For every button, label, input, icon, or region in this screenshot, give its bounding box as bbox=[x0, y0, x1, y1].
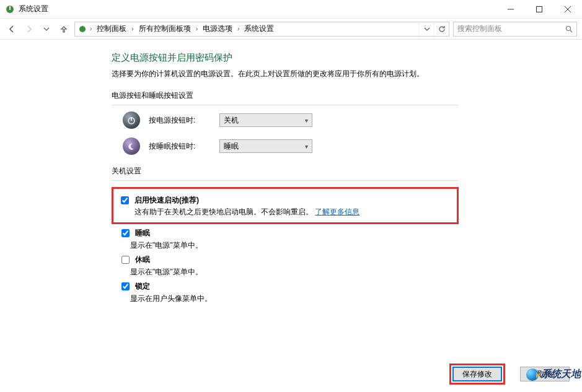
fast-startup-desc: 这有助于在关机之后更快地启动电脑。不会影响重启。 了解更多信息 bbox=[134, 207, 359, 217]
crumb-control-panel[interactable]: 控制面板 bbox=[94, 22, 129, 35]
fast-startup-checkbox[interactable] bbox=[121, 196, 129, 204]
titlebar: 系统设置 bbox=[0, 0, 582, 19]
watermark-icon bbox=[526, 368, 539, 381]
fast-startup-row: 启用快速启动(推荐) 这有助于在关机之后更快地启动电脑。不会影响重启。 了解更多… bbox=[118, 195, 452, 217]
sleep-desc: 显示在"电源"菜单中。 bbox=[130, 240, 459, 251]
page-intro: 选择要为你的计算机设置的电源设置。在此页上对设置所做的更改将应用于你所有的电源计… bbox=[112, 69, 582, 79]
recent-locations-button[interactable] bbox=[40, 22, 53, 36]
sleep-button-value: 睡眠 bbox=[224, 141, 239, 152]
app-icon bbox=[5, 4, 15, 14]
maximize-button[interactable] bbox=[525, 0, 553, 19]
lock-checkbox[interactable] bbox=[121, 282, 130, 290]
fast-startup-link[interactable]: 了解更多信息 bbox=[315, 207, 359, 216]
svg-point-7 bbox=[567, 26, 571, 30]
fast-startup-label: 启用快速启动(推荐) bbox=[134, 195, 359, 206]
navbar: › 控制面板 › 所有控制面板项 › 电源选项 › 系统设置 搜索控制面板 bbox=[0, 19, 582, 40]
content-area: 定义电源按钮并启用密码保护 选择要为你的计算机设置的电源设置。在此页上对设置所做… bbox=[0, 40, 582, 304]
lock-desc: 显示在用户头像菜单中。 bbox=[130, 294, 459, 304]
footer: 保存修改 取消 系统天地 bbox=[0, 364, 582, 385]
sleep-checkbox[interactable] bbox=[121, 229, 130, 237]
crumb-all-items[interactable]: 所有控制面板项 bbox=[136, 22, 193, 35]
svg-rect-1 bbox=[9, 6, 11, 10]
section-title-buttons: 电源按钮和睡眠按钮设置 bbox=[112, 90, 582, 101]
sleep-icon bbox=[123, 137, 140, 155]
window-controls bbox=[496, 0, 582, 19]
address-bar[interactable]: › 控制面板 › 所有控制面板项 › 电源选项 › 系统设置 bbox=[74, 22, 449, 37]
power-button-select[interactable]: 关机 ▾ bbox=[219, 113, 312, 127]
power-button-value: 关机 bbox=[224, 115, 239, 126]
chevron-down-icon: ▾ bbox=[305, 143, 308, 150]
back-button[interactable] bbox=[5, 22, 19, 36]
up-button[interactable] bbox=[57, 22, 71, 36]
svg-point-6 bbox=[79, 26, 86, 32]
sleep-label: 睡眠 bbox=[135, 228, 150, 238]
chevron-right-icon: › bbox=[131, 25, 133, 32]
chevron-down-icon: ▾ bbox=[305, 117, 308, 124]
section-shutdown: 启用快速启动(推荐) 这有助于在关机之后更快地启动电脑。不会影响重启。 了解更多… bbox=[112, 180, 459, 304]
address-dropdown-button[interactable] bbox=[419, 22, 434, 36]
chevron-right-icon: › bbox=[237, 25, 239, 32]
refresh-button[interactable] bbox=[434, 22, 449, 36]
hibernate-row: 休眠 bbox=[119, 255, 459, 266]
hibernate-checkbox[interactable] bbox=[121, 256, 130, 264]
fast-startup-highlight: 启用快速启动(推荐) 这有助于在关机之后更快地启动电脑。不会影响重启。 了解更多… bbox=[112, 187, 459, 224]
power-button-row: 按电源按钮时: 关机 ▾ bbox=[112, 111, 459, 129]
window-title: 系统设置 bbox=[19, 4, 48, 14]
save-button[interactable]: 保存修改 bbox=[452, 367, 502, 381]
lock-label: 锁定 bbox=[135, 281, 150, 292]
search-icon bbox=[565, 25, 573, 33]
watermark-text: 系统天地 bbox=[541, 368, 581, 381]
chevron-right-icon: › bbox=[90, 25, 92, 32]
forward-button[interactable] bbox=[22, 22, 36, 36]
close-button[interactable] bbox=[553, 0, 582, 19]
svg-rect-3 bbox=[537, 6, 542, 12]
watermark: 系统天地 bbox=[526, 368, 581, 381]
page-heading: 定义电源按钮并启用密码保护 bbox=[112, 52, 582, 64]
power-button-label: 按电源按钮时: bbox=[149, 115, 211, 126]
minimize-button[interactable] bbox=[496, 0, 525, 19]
save-button-highlight: 保存修改 bbox=[449, 364, 505, 385]
crumb-power-options[interactable]: 电源选项 bbox=[200, 22, 235, 35]
lock-row: 锁定 bbox=[119, 281, 459, 292]
hibernate-label: 休眠 bbox=[135, 255, 150, 265]
search-placeholder: 搜索控制面板 bbox=[457, 24, 502, 34]
crumb-current[interactable]: 系统设置 bbox=[242, 22, 276, 35]
search-input[interactable]: 搜索控制面板 bbox=[453, 22, 577, 37]
hibernate-desc: 显示在"电源"菜单中。 bbox=[130, 267, 459, 277]
chevron-right-icon: › bbox=[196, 25, 198, 32]
section-buttons: 按电源按钮时: 关机 ▾ 按睡眠按钮时: 睡眠 ▾ bbox=[112, 105, 459, 155]
sleep-row: 睡眠 bbox=[119, 228, 459, 239]
sleep-button-row: 按睡眠按钮时: 睡眠 ▾ bbox=[112, 137, 459, 155]
sleep-button-label: 按睡眠按钮时: bbox=[149, 141, 211, 152]
power-icon bbox=[123, 111, 140, 129]
svg-line-8 bbox=[570, 30, 572, 32]
address-icon bbox=[77, 24, 87, 34]
sleep-button-select[interactable]: 睡眠 ▾ bbox=[219, 139, 312, 153]
section-title-shutdown: 关机设置 bbox=[112, 166, 582, 176]
